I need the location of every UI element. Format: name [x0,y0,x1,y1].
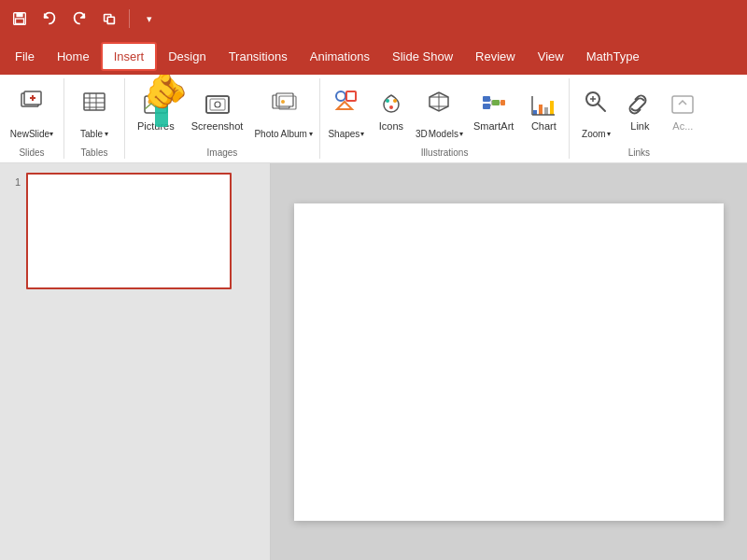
smartart-label: SmartArt [473,120,514,133]
chart-button[interactable]: Chart [524,80,563,144]
menu-slideshow[interactable]: Slide Show [381,44,464,69]
screenshot-button[interactable]: Screenshot [185,80,250,144]
table-icon-btn[interactable] [70,80,119,123]
title-bar: ▾ [0,0,747,37]
svg-rect-34 [483,96,490,102]
svg-rect-43 [544,107,548,115]
menu-view[interactable]: View [527,44,575,69]
action-button[interactable]: Ac... [663,80,702,144]
svg-point-25 [336,91,345,101]
svg-rect-4 [107,17,114,23]
ribbon-group-tables: Table ▾ Tables [64,78,125,159]
menu-transitions[interactable]: Transitions [218,44,299,69]
svg-line-38 [490,99,492,103]
new-slide-icon-btn[interactable] [6,80,58,123]
svg-marker-27 [337,102,352,109]
chart-label: Chart [531,120,557,133]
photo-album-icon-btn[interactable] [253,80,314,123]
svg-rect-37 [500,100,505,105]
photo-album-label: Photo [254,129,278,139]
pictures-label: Pictures [137,120,175,133]
zoom-container: Zoom ▾ [575,80,616,144]
slides-group-label: Slides [6,146,58,158]
quick-access-dropdown[interactable]: ▾ [137,7,162,31]
new-slide-label2: Slide [29,129,49,139]
svg-point-24 [281,100,285,104]
zoom-dropdown-btn[interactable]: Zoom ▾ [582,123,611,144]
table-dropdown-btn[interactable]: Table ▾ [70,123,119,144]
svg-rect-19 [210,99,225,110]
tables-group-label: Tables [70,146,119,158]
menu-home[interactable]: Home [46,44,101,69]
canvas-area [271,163,747,560]
menu-bar: File Home Insert Design Transitions Anim… [0,37,747,75]
menu-review[interactable]: Review [464,44,527,69]
shapes-label: Shapes [328,129,359,139]
svg-point-30 [389,105,393,109]
slide-number-1: 1 [7,176,21,188]
3d-models-icon-area[interactable] [420,80,458,123]
link-label: Link [630,120,649,133]
photo-album-container: Photo Album ▾ [253,80,314,144]
svg-rect-2 [16,19,24,23]
new-slide-dropdown-btn[interactable]: New Slide ▾ [6,123,58,144]
pictures-btn-wrapper: Pictures 🫵 [131,80,181,144]
new-slide-btn-container: New Slide ▾ [6,80,58,144]
ribbon-group-illustrations: Shapes ▾ Icons [320,78,570,159]
3d-models-label: 3D [416,129,428,139]
3d-models-label2: Models [429,129,458,139]
ribbon-group-images: Pictures 🫵 Screenshot [125,78,320,159]
undo-button[interactable] [37,7,62,31]
svg-point-20 [215,102,220,107]
links-group-label: Links [575,146,702,158]
photo-album-dropdown-btn[interactable]: Photo Album ▾ [253,123,314,144]
new-slide-label: New [10,129,29,139]
table-label: Table [80,129,103,139]
smartart-button[interactable]: SmartArt [467,80,520,144]
svg-point-28 [386,99,389,103]
repeat-button[interactable] [97,7,121,31]
3d-models-container: 3D Models ▾ [416,80,463,144]
svg-rect-44 [550,101,554,115]
menu-mathtype[interactable]: MathType [575,44,651,69]
zoom-icon-area[interactable] [577,80,614,123]
icons-button[interactable]: Icons [371,80,412,144]
svg-line-48 [598,104,605,111]
link-button[interactable]: Link [620,80,659,144]
3d-models-dropdown-btn[interactable]: 3D Models ▾ [416,123,463,144]
ribbon-group-slides: New Slide ▾ Slides [0,78,64,159]
svg-rect-26 [346,91,356,101]
ribbon: New Slide ▾ Slides [0,75,747,163]
slide-canvas[interactable] [294,203,724,521]
svg-rect-1 [16,13,22,18]
svg-point-29 [393,99,397,103]
slide-row-1: 1 [7,173,262,289]
slide-thumbnail-1[interactable] [26,173,232,289]
ribbon-group-links: Zoom ▾ Link Ac... Links [570,78,708,159]
main-area: 1 [0,163,747,560]
zoom-label: Zoom [582,129,606,139]
redo-button[interactable] [67,7,92,31]
table-btn-container: Table ▾ [70,80,119,144]
icons-label: Icons [379,120,403,133]
svg-rect-36 [492,100,500,105]
action-label: Ac... [672,120,693,133]
shapes-container: Shapes ▾ [326,80,367,144]
save-button[interactable] [7,7,32,31]
shapes-icon-area[interactable] [328,80,365,123]
menu-animations[interactable]: Animations [299,44,381,69]
photo-album-label2: Album [281,129,307,139]
svg-rect-42 [539,105,543,115]
separator [129,9,130,28]
images-group-label: Images [131,146,314,158]
slides-panel: 1 [0,163,271,560]
menu-design[interactable]: Design [157,44,217,69]
menu-insert[interactable]: Insert [101,42,158,71]
pictures-button[interactable]: Pictures [131,80,181,144]
svg-rect-35 [483,104,490,109]
screenshot-label: Screenshot [191,120,244,133]
menu-file[interactable]: File [4,44,46,69]
shapes-dropdown-btn[interactable]: Shapes ▾ [328,123,364,144]
illustrations-group-label: Illustrations [326,146,563,158]
svg-rect-51 [672,96,693,113]
